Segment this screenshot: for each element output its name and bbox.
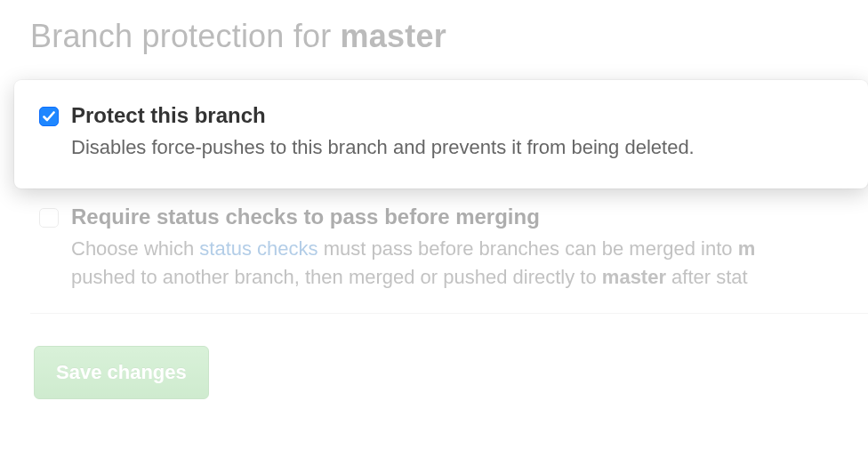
check-icon: [43, 111, 55, 122]
page-title: Branch protection for master: [30, 18, 868, 55]
protect-branch-card: Protect this branch Disables force-pushe…: [14, 80, 868, 188]
divider: [30, 313, 868, 314]
require-checks-desc: Choose which status checks must pass bef…: [71, 235, 859, 292]
branch-name: master: [341, 18, 446, 54]
require-checks-checkbox[interactable]: [39, 208, 59, 228]
require-checks-title: Require status checks to pass before mer…: [71, 204, 859, 229]
title-prefix: Branch protection for: [30, 18, 341, 54]
protect-branch-title: Protect this branch: [71, 103, 843, 128]
protect-branch-option: Protect this branch Disables force-pushe…: [39, 103, 843, 162]
protect-branch-desc: Disables force-pushes to this branch and…: [71, 133, 843, 162]
save-button[interactable]: Save changes: [34, 346, 209, 399]
status-checks-link[interactable]: status checks: [199, 237, 317, 260]
require-checks-option: Require status checks to pass before mer…: [30, 204, 868, 292]
protect-branch-checkbox[interactable]: [39, 107, 59, 126]
